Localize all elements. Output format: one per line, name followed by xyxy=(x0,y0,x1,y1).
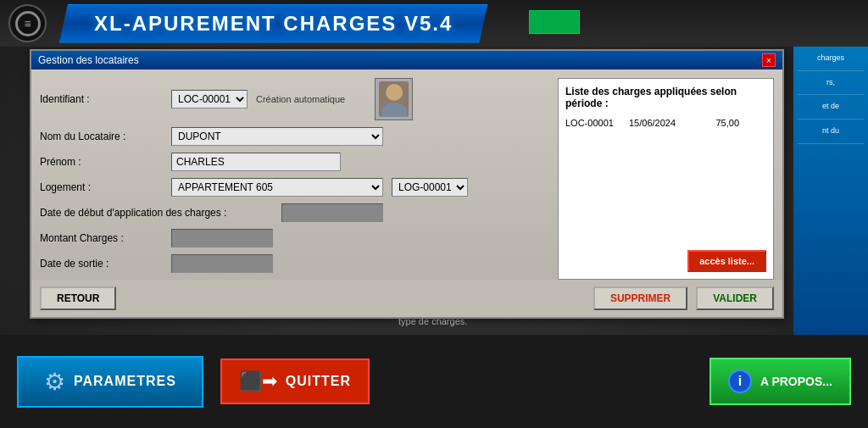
quitter-label: QUITTER xyxy=(286,374,351,389)
charges-col3: 75,00 xyxy=(697,118,739,128)
footer-right-buttons: SUPPRIMER VALIDER xyxy=(593,286,774,310)
apropos-label: A PROPOS... xyxy=(760,375,832,388)
form-section: Identifiant : LOC-00001 Création automat… xyxy=(40,78,549,280)
valider-button[interactable]: VALIDER xyxy=(696,286,774,310)
parametres-button[interactable]: ⚙ PARAMETRES xyxy=(17,356,203,408)
top-right-rect xyxy=(529,10,580,34)
date-debut-label: Date de début d'application des charges … xyxy=(40,207,277,219)
right-sidebar: charges rs, et de nt du xyxy=(793,47,868,335)
logement-row: Logement : APPARTEMENT 605 LOG-00001 xyxy=(40,178,549,197)
prenom-row: Prénom : xyxy=(40,153,549,171)
logement-select[interactable]: APPARTEMENT 605 xyxy=(171,178,383,197)
identifiant-select[interactable]: LOC-00001 xyxy=(171,90,248,108)
sidebar-text-4: nt du xyxy=(798,126,864,144)
supprimer-button[interactable]: SUPPRIMER xyxy=(593,286,687,310)
montant-input[interactable] xyxy=(171,229,273,247)
retour-button[interactable]: RETOUR xyxy=(40,286,116,310)
nom-select[interactable]: DUPONT xyxy=(171,127,383,146)
nom-label: Nom du Locataire : xyxy=(40,131,167,142)
date-debut-input[interactable] xyxy=(281,203,383,222)
logo-icon xyxy=(15,11,41,36)
acces-liste-button[interactable]: accès liste... xyxy=(687,250,766,272)
info-icon: i xyxy=(728,370,752,393)
montant-row: Montant Charges : xyxy=(40,229,549,247)
charges-list: LOC-00001 15/06/2024 75,00 xyxy=(565,116,766,130)
footer-left-buttons: RETOUR xyxy=(40,286,116,310)
access-btn-container: accès liste... xyxy=(565,246,766,272)
exit-icon: ⬛➡ xyxy=(239,370,277,392)
identifiant-label: Identifiant : xyxy=(40,93,167,105)
date-sortie-input[interactable] xyxy=(171,254,273,273)
avatar-image xyxy=(379,81,409,117)
logo xyxy=(8,4,47,42)
logement-label: Logement : xyxy=(40,181,167,193)
avatar-body xyxy=(381,103,407,117)
nom-row: Nom du Locataire : DUPONT xyxy=(40,127,549,146)
charges-col2: 15/06/2024 xyxy=(629,118,697,128)
modal-footer: RETOUR SUPPRIMER VALIDER xyxy=(31,280,782,317)
quitter-button[interactable]: ⬛➡ QUITTER xyxy=(220,359,370,404)
charges-panel: Liste des charges appliquées selon pério… xyxy=(558,78,774,280)
bottom-bar: ⚙ PARAMETRES ⬛➡ QUITTER i A PROPOS... xyxy=(0,335,868,428)
apropos-button[interactable]: i A PROPOS... xyxy=(709,358,851,405)
sidebar-text-2: rs, xyxy=(798,78,864,96)
prenom-label: Prénom : xyxy=(40,156,167,168)
charges-col1: LOC-00001 xyxy=(565,118,629,128)
charges-list-row: LOC-00001 15/06/2024 75,00 xyxy=(565,116,766,130)
parametres-label: PARAMETRES xyxy=(74,374,176,389)
date-debut-row: Date de début d'application des charges … xyxy=(40,203,549,222)
app-title: XL-APUREMENT CHARGES V5.4 xyxy=(94,12,453,35)
modal-dialog: Gestion des locataires × Identifiant : L… xyxy=(30,49,784,319)
date-sortie-label: Date de sortie : xyxy=(40,258,167,270)
sidebar-text-3: et de xyxy=(798,102,864,120)
identifiant-row: Identifiant : LOC-00001 Création automat… xyxy=(40,78,549,120)
montant-label: Montant Charges : xyxy=(40,232,167,244)
avatar-head xyxy=(386,84,403,101)
modal-title: Gestion des locataires xyxy=(38,54,139,66)
log-code-select[interactable]: LOG-00001 xyxy=(392,178,468,197)
prenom-input[interactable] xyxy=(171,153,341,171)
charges-panel-title: Liste des charges appliquées selon pério… xyxy=(565,86,766,109)
sidebar-text-1: charges xyxy=(798,53,864,71)
modal-titlebar: Gestion des locataires × xyxy=(31,51,782,69)
date-sortie-row: Date de sortie : xyxy=(40,254,549,273)
gear-icon: ⚙ xyxy=(44,368,65,396)
app-title-box: XL-APUREMENT CHARGES V5.4 xyxy=(59,4,487,43)
header-bar: XL-APUREMENT CHARGES V5.4 xyxy=(0,0,868,47)
creation-auto-label: Création automatique xyxy=(256,94,345,104)
avatar xyxy=(375,78,413,120)
modal-close-button[interactable]: × xyxy=(762,53,776,67)
